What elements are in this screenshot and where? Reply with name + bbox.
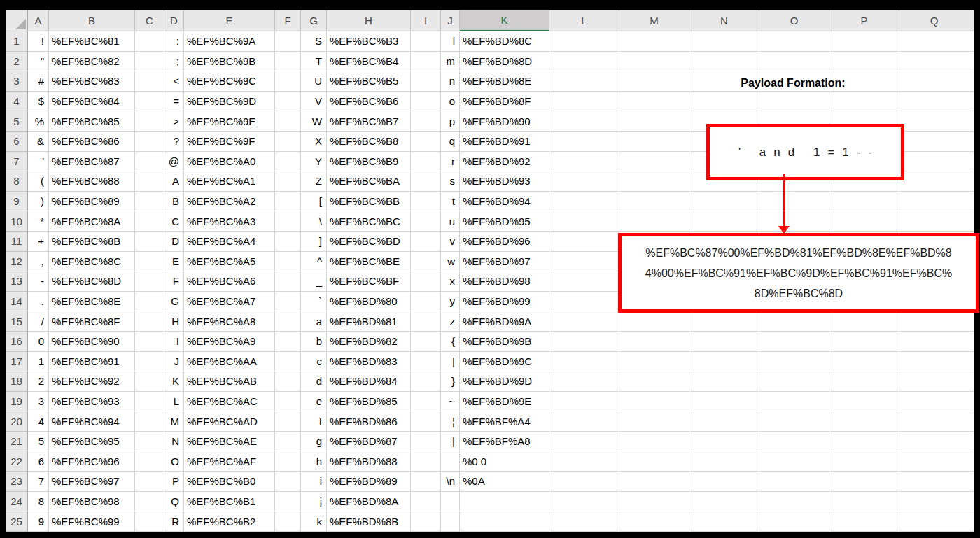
row-header-11[interactable]: 11: [6, 232, 28, 252]
cell-Q1[interactable]: [899, 31, 969, 52]
column-header-K[interactable]: K: [460, 10, 550, 31]
cell-M17[interactable]: [620, 352, 690, 372]
cell-C16[interactable]: [135, 332, 164, 352]
cell-I3[interactable]: [411, 71, 441, 92]
cell-J24[interactable]: [441, 492, 460, 512]
cell-Q15[interactable]: [899, 311, 969, 332]
cell-C13[interactable]: [135, 271, 164, 292]
cell-I23[interactable]: [411, 472, 441, 492]
cell-L8[interactable]: [550, 171, 620, 192]
cell-E2[interactable]: %EF%BC%9B: [184, 52, 275, 72]
cell-O21[interactable]: [760, 432, 830, 452]
cell-O4[interactable]: [760, 92, 830, 112]
cell-K19[interactable]: %EF%BD%9E: [460, 392, 550, 412]
cell-Q20[interactable]: [899, 411, 969, 432]
column-header-G[interactable]: G: [301, 10, 327, 31]
cell-O7[interactable]: [760, 152, 830, 172]
cell-I9[interactable]: [411, 192, 441, 212]
row-header-12[interactable]: 12: [6, 252, 28, 272]
cell-C9[interactable]: [135, 192, 164, 212]
cell-E14[interactable]: %EF%BC%A7: [184, 292, 275, 312]
cell-P2[interactable]: [830, 52, 899, 72]
cell-H5[interactable]: %EF%BC%B7: [327, 111, 411, 132]
cell-C12[interactable]: [135, 252, 164, 272]
cell-L15[interactable]: [550, 311, 620, 332]
cell-A21[interactable]: 5: [28, 432, 49, 452]
cell-D15[interactable]: H: [164, 311, 184, 332]
cell-M7[interactable]: [620, 152, 690, 172]
cell-J21[interactable]: |: [441, 432, 460, 452]
cell-I14[interactable]: [411, 292, 441, 312]
cell-G10[interactable]: \: [301, 211, 327, 232]
cell-Q16[interactable]: [899, 332, 969, 352]
cell-Q8[interactable]: [899, 171, 969, 192]
cell-I22[interactable]: [411, 451, 441, 472]
cell-G8[interactable]: Z: [301, 171, 327, 192]
cell-D9[interactable]: B: [164, 192, 184, 212]
cell-E8[interactable]: %EF%BC%A1: [184, 171, 275, 192]
cell-G17[interactable]: c: [301, 352, 327, 372]
cell-G22[interactable]: h: [301, 451, 327, 472]
cell-Q23[interactable]: [899, 472, 969, 492]
cell-J16[interactable]: {: [441, 332, 460, 352]
row-header-3[interactable]: 3: [6, 71, 28, 92]
cell-M24[interactable]: [620, 492, 690, 512]
cell-Q25[interactable]: [899, 511, 969, 532]
cell-E7[interactable]: %EF%BC%A0: [184, 152, 275, 172]
cell-K18[interactable]: %EF%BD%9D: [460, 371, 550, 392]
cell-G25[interactable]: k: [301, 511, 327, 532]
cell-F17[interactable]: [275, 352, 301, 372]
cell-E25[interactable]: %EF%BC%B2: [184, 511, 275, 532]
cell-F13[interactable]: [275, 271, 301, 292]
row-header-16[interactable]: 16: [6, 332, 28, 352]
cell-H20[interactable]: %EF%BD%86: [327, 411, 411, 432]
cell-G14[interactable]: `: [301, 292, 327, 312]
cell-F12[interactable]: [275, 252, 301, 272]
cell-A11[interactable]: +: [28, 232, 49, 252]
cell-C23[interactable]: [135, 472, 164, 492]
cell-C24[interactable]: [135, 492, 164, 512]
cell-J25[interactable]: [441, 511, 460, 532]
cell-F7[interactable]: [275, 152, 301, 172]
cell-B17[interactable]: %EF%BC%91: [49, 352, 135, 372]
cell-L23[interactable]: [550, 472, 620, 492]
cell-I11[interactable]: [411, 232, 441, 252]
cell-D20[interactable]: M: [164, 411, 184, 432]
cell-P19[interactable]: [830, 392, 899, 412]
cell-F8[interactable]: [275, 171, 301, 192]
column-header-D[interactable]: D: [164, 10, 184, 31]
cell-H4[interactable]: %EF%BC%B6: [327, 92, 411, 112]
cell-H3[interactable]: %EF%BC%B5: [327, 71, 411, 92]
cell-O15[interactable]: [760, 311, 830, 332]
cell-D10[interactable]: C: [164, 211, 184, 232]
cell-L5[interactable]: [550, 111, 620, 132]
cell-F1[interactable]: [275, 31, 301, 52]
cell-L22[interactable]: [550, 451, 620, 472]
cell-Q9[interactable]: [899, 192, 969, 212]
cell-P9[interactable]: [830, 192, 899, 212]
cell-K3[interactable]: %EF%BD%8E: [460, 71, 550, 92]
cell-G2[interactable]: T: [301, 52, 327, 72]
cell-J7[interactable]: r: [441, 152, 460, 172]
cell-D13[interactable]: F: [164, 271, 184, 292]
cell-L6[interactable]: [550, 132, 620, 152]
cell-K4[interactable]: %EF%BD%8F: [460, 92, 550, 112]
cell-D21[interactable]: N: [164, 432, 184, 452]
cell-L21[interactable]: [550, 432, 620, 452]
cell-J12[interactable]: w: [441, 252, 460, 272]
cell-K9[interactable]: %EF%BD%94: [460, 192, 550, 212]
cell-M16[interactable]: [620, 332, 690, 352]
cell-F4[interactable]: [275, 92, 301, 112]
cell-D23[interactable]: P: [164, 472, 184, 492]
row-header-20[interactable]: 20: [6, 411, 28, 432]
cell-E6[interactable]: %EF%BC%9F: [184, 132, 275, 152]
row-header-2[interactable]: 2: [6, 52, 28, 72]
cell-N1[interactable]: [690, 31, 760, 52]
cell-B18[interactable]: %EF%BC%92: [49, 371, 135, 392]
cell-P15[interactable]: [830, 311, 899, 332]
cell-O5[interactable]: [760, 111, 830, 132]
cell-J17[interactable]: |: [441, 352, 460, 372]
cell-D14[interactable]: G: [164, 292, 184, 312]
cell-P22[interactable]: [830, 451, 899, 472]
cell-O11[interactable]: [760, 232, 830, 252]
